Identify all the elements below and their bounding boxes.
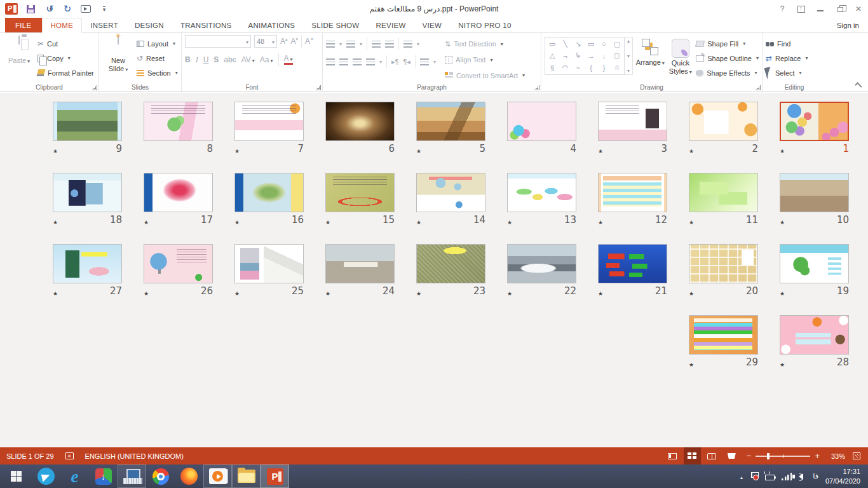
layout-button[interactable]: Layout bbox=[137, 37, 178, 50]
shape-outline-button[interactable]: Shape Outline bbox=[696, 52, 759, 64]
reading-view-button[interactable] bbox=[703, 447, 721, 464]
scroll-down-icon[interactable]: ▼ bbox=[627, 54, 631, 58]
shape-right-brace-icon[interactable] bbox=[597, 62, 610, 74]
scroll-up-icon[interactable]: ▲ bbox=[627, 39, 631, 43]
reset-button[interactable]: Reset bbox=[137, 52, 178, 64]
chevron-down-icon[interactable]: ▾ bbox=[417, 41, 419, 47]
tab-view[interactable]: VIEW bbox=[414, 18, 451, 32]
bullets-icon[interactable] bbox=[326, 41, 335, 48]
find-button[interactable]: Find bbox=[766, 37, 808, 50]
taskbar-file-explorer[interactable] bbox=[232, 464, 261, 488]
bold-button[interactable]: B bbox=[185, 55, 191, 64]
animation-star-icon[interactable]: ★ bbox=[53, 290, 58, 297]
animation-star-icon[interactable]: ★ bbox=[325, 290, 330, 297]
animation-star-icon[interactable]: ★ bbox=[53, 148, 58, 154]
convert-to-smartart-button[interactable]: Convert to SmartArt bbox=[445, 69, 525, 82]
underline-button[interactable]: U bbox=[203, 55, 209, 64]
change-case-button[interactable]: Aa bbox=[260, 55, 273, 64]
shape-arrow-icon[interactable] bbox=[572, 38, 585, 50]
tab-nitro-pro[interactable]: NITRO PRO 10 bbox=[450, 18, 519, 32]
shape-square-icon[interactable] bbox=[611, 50, 623, 62]
shape-triangle-icon[interactable] bbox=[546, 50, 559, 62]
tab-slide-show[interactable]: SLIDE SHOW bbox=[303, 18, 367, 32]
taskbar-clock[interactable]: 17:31 07/04/2020 bbox=[825, 467, 860, 486]
minimize-button[interactable] bbox=[811, 1, 830, 17]
slide-8-thumbnail[interactable] bbox=[144, 102, 213, 141]
decrease-indent-icon[interactable] bbox=[372, 41, 381, 48]
tab-insert[interactable]: INSERT bbox=[82, 18, 126, 32]
slide-show-button[interactable] bbox=[723, 447, 740, 464]
slide-1-thumbnail[interactable] bbox=[780, 102, 849, 141]
font-color-button[interactable]: A bbox=[284, 55, 293, 65]
animation-star-icon[interactable]: ★ bbox=[234, 148, 240, 154]
taskbar-download-manager[interactable] bbox=[89, 464, 118, 488]
animation-star-icon[interactable]: ★ bbox=[234, 219, 240, 226]
slide-26-thumbnail[interactable] bbox=[144, 244, 213, 283]
taskbar-internet-explorer[interactable] bbox=[60, 464, 89, 488]
animation-star-icon[interactable]: ★ bbox=[598, 148, 603, 154]
replace-button[interactable]: Replace bbox=[766, 52, 808, 64]
sign-in-button[interactable]: Sign in bbox=[828, 18, 868, 32]
left-to-right-icon[interactable]: ▸¶ bbox=[391, 58, 398, 66]
language-indicator[interactable]: فا bbox=[813, 472, 818, 480]
align-center-icon[interactable] bbox=[339, 58, 348, 65]
slide-11-thumbnail[interactable] bbox=[689, 173, 758, 212]
language-status[interactable]: ENGLISH (UNITED KINGDOM) bbox=[85, 452, 184, 460]
animation-star-icon[interactable]: ★ bbox=[689, 362, 694, 368]
slide-sorter-area[interactable]: ★9★8★7★6★5★4★3★2★1★18★17★16★15★14★13★12★… bbox=[0, 93, 868, 447]
fit-slide-to-window-button[interactable] bbox=[853, 452, 860, 459]
slide-21-thumbnail[interactable] bbox=[598, 244, 667, 283]
slide-3-thumbnail[interactable] bbox=[598, 102, 667, 141]
shape-arc-icon[interactable] bbox=[559, 62, 571, 74]
slide-19-thumbnail[interactable] bbox=[780, 244, 849, 283]
justify-icon[interactable] bbox=[366, 58, 375, 65]
network-signal-icon[interactable] bbox=[782, 473, 792, 480]
tab-file[interactable]: FILE bbox=[5, 18, 42, 32]
zoom-level[interactable]: 33% bbox=[826, 452, 845, 460]
undo-button[interactable]: ▾ bbox=[43, 3, 55, 15]
shape-right-arrow-icon[interactable] bbox=[585, 50, 597, 62]
font-dialog-launcher-icon[interactable] bbox=[316, 85, 321, 90]
increase-indent-icon[interactable] bbox=[385, 41, 394, 48]
collapse-ribbon-button[interactable] bbox=[855, 82, 862, 89]
save-button[interactable] bbox=[25, 3, 36, 15]
slide-7-thumbnail[interactable] bbox=[234, 102, 304, 141]
chevron-down-icon[interactable]: ▾ bbox=[339, 41, 342, 47]
tab-design[interactable]: DESIGN bbox=[126, 18, 172, 32]
tab-transitions[interactable]: TRANSITIONS bbox=[172, 18, 240, 32]
undo-dropdown-icon[interactable]: ▾ bbox=[50, 6, 52, 12]
shape-down-arrow-icon[interactable] bbox=[597, 50, 610, 62]
tab-home[interactable]: HOME bbox=[42, 18, 83, 33]
shape-scribble-icon[interactable] bbox=[546, 62, 559, 74]
start-button[interactable] bbox=[0, 464, 32, 488]
taskbar-media-player[interactable] bbox=[203, 464, 232, 488]
slide-28-thumbnail[interactable] bbox=[780, 315, 849, 355]
slide-16-thumbnail[interactable] bbox=[234, 173, 304, 212]
slide-18-thumbnail[interactable] bbox=[53, 173, 122, 212]
slide-5-thumbnail[interactable] bbox=[416, 102, 485, 141]
shape-star-icon[interactable] bbox=[611, 62, 623, 74]
animation-star-icon[interactable]: ★ bbox=[507, 290, 512, 297]
animation-star-icon[interactable]: ★ bbox=[780, 148, 785, 154]
tab-review[interactable]: REVIEW bbox=[367, 18, 414, 32]
zoom-slider[interactable] bbox=[756, 456, 810, 457]
power-battery-icon[interactable] bbox=[765, 475, 775, 480]
shapes-gallery-scrollbar[interactable]: ▲▼▼ bbox=[625, 37, 633, 75]
chevron-down-icon[interactable]: ▾ bbox=[379, 59, 382, 65]
slide-17-thumbnail[interactable] bbox=[144, 173, 213, 212]
taskbar-firefox[interactable] bbox=[175, 464, 203, 488]
volume-icon[interactable] bbox=[799, 473, 803, 480]
zoom-slider-thumb[interactable] bbox=[767, 453, 770, 459]
slide-22-thumbnail[interactable] bbox=[507, 244, 576, 283]
animation-star-icon[interactable]: ★ bbox=[689, 219, 694, 226]
slide-24-thumbnail[interactable] bbox=[325, 244, 395, 283]
shape-oval-icon[interactable] bbox=[597, 38, 610, 50]
slide-6-thumbnail[interactable] bbox=[325, 102, 395, 141]
start-from-beginning-button[interactable] bbox=[80, 3, 92, 15]
slide-29-thumbnail[interactable] bbox=[689, 315, 758, 355]
quick-styles-button[interactable]: Quick Styles bbox=[667, 35, 693, 82]
hidden-icons-chevron-icon[interactable] bbox=[739, 473, 743, 480]
shape-elbow-icon[interactable] bbox=[559, 50, 571, 62]
animation-star-icon[interactable]: ★ bbox=[144, 290, 149, 297]
copy-button[interactable]: Copy bbox=[37, 52, 94, 64]
